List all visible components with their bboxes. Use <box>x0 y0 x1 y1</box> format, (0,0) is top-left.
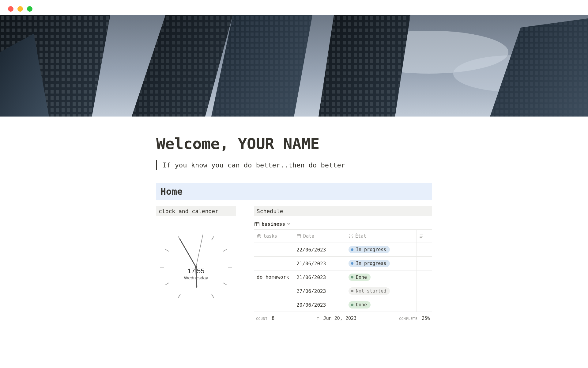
svg-line-31 <box>180 239 196 267</box>
svg-line-26 <box>178 294 180 298</box>
table-row[interactable]: 21/06/2023In progress <box>254 257 432 270</box>
table-row[interactable]: 22/06/2023In progress <box>254 243 432 257</box>
count-label: COUNT <box>256 317 268 321</box>
extra-cell[interactable] <box>417 243 429 256</box>
task-cell[interactable] <box>254 284 294 298</box>
table-header-row: tasks Date État <box>254 230 432 243</box>
target-icon <box>257 234 262 239</box>
window-traffic-lights <box>0 0 588 12</box>
analog-clock-widget: 17:55 Wednesday <box>156 227 236 307</box>
maximize-window-button[interactable] <box>27 6 32 12</box>
schedule-table: tasks Date État <box>254 229 432 312</box>
task-cell[interactable] <box>254 243 294 256</box>
svg-line-49 <box>352 237 352 238</box>
date-cell[interactable]: 27/06/2023 <box>294 284 346 298</box>
section-home: Home <box>156 183 432 200</box>
status-pill: In progress <box>349 260 390 267</box>
svg-rect-34 <box>255 222 259 226</box>
table-row[interactable]: 20/06/2023Done <box>254 298 432 312</box>
svg-line-25 <box>212 294 214 298</box>
table-row[interactable]: do homework21/06/2023Done <box>254 270 432 284</box>
extra-cell[interactable] <box>417 257 429 270</box>
date-cell[interactable]: 21/06/2023 <box>294 270 346 284</box>
complete-label: COMPLETE <box>399 317 418 321</box>
status-cell[interactable]: In progress <box>346 243 417 256</box>
task-cell[interactable] <box>254 298 294 312</box>
col-date[interactable]: Date <box>294 230 346 243</box>
calendar-icon <box>296 234 301 239</box>
status-spinner-icon <box>349 234 353 239</box>
status-cell[interactable]: In progress <box>346 257 417 270</box>
date-prefix: T <box>317 317 319 321</box>
svg-line-50 <box>352 235 352 235</box>
status-cell[interactable]: Not started <box>346 284 417 298</box>
cover-image <box>0 15 588 117</box>
date-cell[interactable]: 20/06/2023 <box>294 298 346 312</box>
schedule-section-label: Schedule <box>254 206 432 216</box>
svg-marker-10 <box>318 15 410 117</box>
table-footer-stats: COUNT 8 T Jun 20, 2023 COMPLETE 25% <box>254 312 432 321</box>
status-pill: Done <box>349 274 371 281</box>
task-cell[interactable] <box>254 257 294 270</box>
status-pill: In progress <box>349 246 390 253</box>
svg-line-27 <box>165 283 169 285</box>
svg-line-22 <box>212 236 214 240</box>
close-window-button[interactable] <box>8 6 13 12</box>
minimize-window-button[interactable] <box>17 6 23 12</box>
clock-day-text: Wednesday <box>184 275 208 280</box>
svg-line-48 <box>349 235 350 235</box>
chevron-down-icon <box>287 221 291 227</box>
extra-cell[interactable] <box>417 298 429 312</box>
complete-value: 25% <box>422 316 430 321</box>
quote-block: If you know you can do better..then do b… <box>156 160 432 170</box>
svg-point-39 <box>259 236 259 236</box>
count-value: 8 <box>272 316 274 321</box>
footer-date: Jun 20, 2023 <box>323 316 356 321</box>
date-cell[interactable]: 22/06/2023 <box>294 243 346 256</box>
text-lines-icon <box>419 234 424 239</box>
table-row[interactable]: 27/06/2023Not started <box>254 284 432 298</box>
svg-line-32 <box>196 233 203 267</box>
svg-line-23 <box>223 249 227 251</box>
task-cell[interactable]: do homework <box>254 270 294 284</box>
clock-section-label: clock and calender <box>156 206 236 216</box>
status-pill: Not started <box>349 287 390 295</box>
svg-line-24 <box>223 283 227 285</box>
extra-cell[interactable] <box>417 270 429 284</box>
status-cell[interactable]: Done <box>346 298 417 312</box>
extra-cell[interactable] <box>417 284 429 298</box>
date-cell[interactable]: 21/06/2023 <box>294 257 346 270</box>
status-pill: Done <box>349 301 371 309</box>
database-view-switcher[interactable]: business <box>254 220 432 228</box>
table-view-icon <box>254 221 260 227</box>
col-extra[interactable] <box>417 230 429 243</box>
svg-rect-40 <box>297 235 301 238</box>
svg-line-28 <box>165 249 169 251</box>
view-name: business <box>262 221 285 227</box>
col-etat[interactable]: État <box>346 230 417 243</box>
clock-time-text: 17:55 <box>187 267 204 275</box>
page-title: Welcome, YOUR NAME <box>156 135 432 153</box>
svg-line-51 <box>349 237 350 238</box>
col-tasks[interactable]: tasks <box>254 230 294 243</box>
home-heading: Home <box>160 186 428 197</box>
status-cell[interactable]: Done <box>346 270 417 284</box>
